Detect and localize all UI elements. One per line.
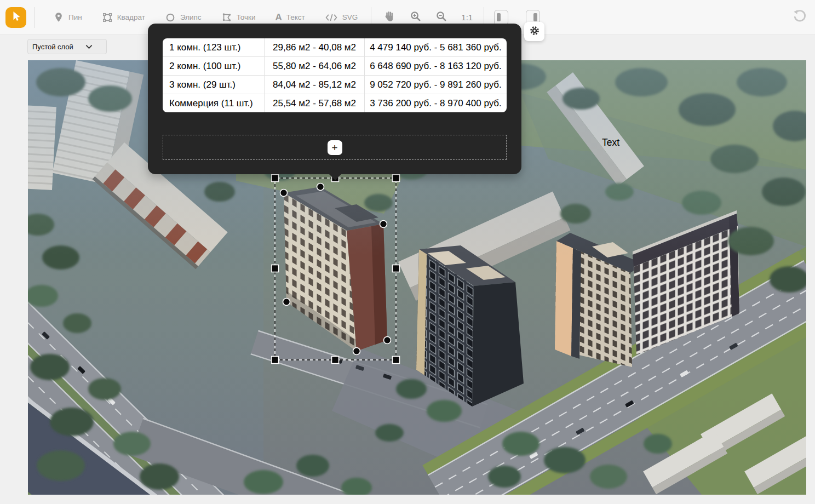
layer-select-value: Пустой слой xyxy=(32,43,73,51)
vertex-handle[interactable] xyxy=(380,221,387,228)
selection-handle-sw[interactable] xyxy=(272,357,279,364)
hand-icon[interactable] xyxy=(383,10,395,25)
zoom-reset-button[interactable]: 1:1 xyxy=(461,13,473,22)
area-range-cell: 29,86 м2 - 40,08 м2 xyxy=(265,38,365,57)
add-row-dropzone[interactable]: + xyxy=(163,135,507,160)
tool-points[interactable]: Точки xyxy=(221,12,256,23)
price-range-cell: 9 052 720 руб. - 9 891 260 руб. xyxy=(365,76,507,94)
vertex-handle[interactable] xyxy=(384,337,391,344)
room-type-cell: 2 комн. (100 шт.) xyxy=(163,57,265,76)
tool-svg-label: SVG xyxy=(342,13,358,21)
table-row[interactable]: Коммерция (11 шт.) 25,54 м2 - 57,68 м2 3… xyxy=(163,94,507,113)
pin-icon xyxy=(53,12,64,23)
tool-square-label: Квадрат xyxy=(117,13,145,21)
price-range-cell: 6 648 690 руб. - 8 163 120 руб. xyxy=(365,57,507,76)
area-range-cell: 25,54 м2 - 57,68 м2 xyxy=(265,94,365,113)
ellipse-icon xyxy=(165,12,176,23)
code-icon xyxy=(325,13,338,22)
selection-handle-ne[interactable] xyxy=(393,175,400,182)
vertex-handle[interactable] xyxy=(353,348,360,355)
tool-svg[interactable]: SVG xyxy=(325,13,358,22)
tool-text[interactable]: A Текст xyxy=(276,13,305,22)
points-icon xyxy=(221,12,232,23)
undo-icon[interactable] xyxy=(791,9,806,26)
selection-bounds xyxy=(275,178,396,360)
selection-handle-e[interactable] xyxy=(393,265,400,272)
area-range-cell: 55,80 м2 - 64,06 м2 xyxy=(265,57,365,76)
tool-text-label: Текст xyxy=(286,13,305,21)
table-row[interactable]: 3 комн. (29 шт.) 84,04 м2 - 85,12 м2 9 0… xyxy=(163,76,507,94)
selection-overlay xyxy=(271,174,400,366)
chevron-down-icon xyxy=(85,43,93,51)
selection-handle-w[interactable] xyxy=(272,265,279,272)
zoom-out-icon[interactable] xyxy=(435,10,447,24)
vertex-handle[interactable] xyxy=(280,190,288,197)
tool-points-label: Точки xyxy=(237,13,256,21)
settings-button[interactable] xyxy=(524,22,544,41)
selection-handle-se[interactable] xyxy=(393,357,400,364)
panel-left-toggle[interactable] xyxy=(494,10,508,25)
table-row[interactable]: 2 комн. (100 шт.) 55,80 м2 - 64,06 м2 6 … xyxy=(163,57,507,76)
text-icon: A xyxy=(276,13,282,22)
zoom-in-icon[interactable] xyxy=(410,10,421,24)
price-range-cell: 4 479 140 руб. - 5 681 360 руб. xyxy=(365,38,507,57)
area-range-cell: 84,04 м2 - 85,12 м2 xyxy=(265,76,365,94)
toolbar-divider xyxy=(34,7,35,28)
selection-handle-s[interactable] xyxy=(332,357,339,364)
add-button[interactable]: + xyxy=(328,140,342,155)
zoom-controls: 1:1 xyxy=(383,10,473,25)
text-annotation[interactable]: Text xyxy=(602,137,619,148)
apartment-stats-table: 1 комн. (123 шт.) 29,86 м2 - 40,08 м2 4 … xyxy=(163,38,507,112)
apartment-info-popup: 1 комн. (123 шт.) 29,86 м2 - 40,08 м2 4 … xyxy=(148,24,521,174)
tool-ellipse-label: Элипс xyxy=(180,13,202,21)
panel-left-icon xyxy=(497,13,501,21)
gear-icon xyxy=(530,26,539,37)
room-type-cell: 3 комн. (29 шт.) xyxy=(163,76,265,94)
panel-right-icon xyxy=(533,13,537,21)
room-type-cell: 1 комн. (123 шт.) xyxy=(163,38,265,57)
tool-square[interactable]: Квадрат xyxy=(102,12,145,23)
vertex-handle[interactable] xyxy=(283,299,290,306)
select-tool-button[interactable] xyxy=(5,7,26,28)
tool-pin-label: Пин xyxy=(68,13,82,21)
room-type-cell: Коммерция (11 шт.) xyxy=(163,94,265,113)
cursor-icon xyxy=(9,10,22,25)
price-range-cell: 3 736 200 руб. - 8 970 400 руб. xyxy=(365,94,507,113)
tool-ellipse[interactable]: Элипс xyxy=(165,12,202,23)
tool-pin[interactable]: Пин xyxy=(53,12,82,23)
square-icon xyxy=(102,12,113,23)
layer-select[interactable]: Пустой слой xyxy=(27,39,107,54)
table-row[interactable]: 1 комн. (123 шт.) 29,86 м2 - 40,08 м2 4 … xyxy=(163,38,507,57)
vertex-handle[interactable] xyxy=(317,184,324,191)
selection-handle-nw[interactable] xyxy=(272,175,279,182)
